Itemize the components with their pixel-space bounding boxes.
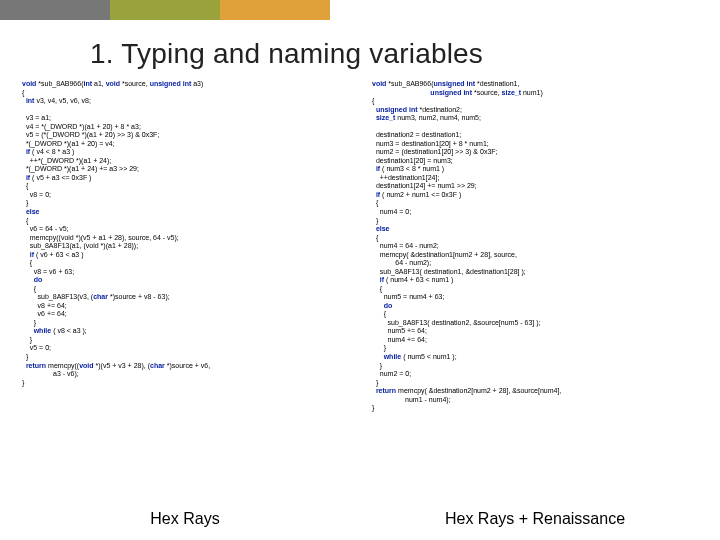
accent-orange bbox=[220, 0, 330, 20]
l-bo1: { bbox=[22, 182, 28, 189]
r-inc: ++destination1[24]; bbox=[372, 174, 439, 181]
l-v6b: v6 += 64; bbox=[22, 310, 67, 317]
l-s2: *(_DWORD *)(a1 + 24) += a3 >> 29; bbox=[22, 165, 139, 172]
l-v8c: v8 += 64; bbox=[22, 302, 67, 309]
kw-uint-r3: unsigned int bbox=[376, 106, 418, 113]
l-v5b: v5 = 0; bbox=[22, 344, 51, 351]
r-bc2: } bbox=[372, 379, 378, 386]
r-n3: num3 = destination1[20] + 8 * num1; bbox=[372, 140, 489, 147]
kw-while1: while bbox=[34, 327, 52, 334]
kw-uint-r2: unsigned int bbox=[430, 89, 472, 96]
r-memcpy1b: 64 - num2); bbox=[372, 259, 431, 266]
accent-grey bbox=[0, 0, 110, 20]
l-ret1c: *)source + v6, bbox=[165, 362, 210, 369]
l-ret1: memcpy(( bbox=[46, 362, 79, 369]
r-d1: *destination1, bbox=[475, 80, 519, 87]
kw-void3: void bbox=[79, 362, 93, 369]
code-right: void *sub_8AB966(unsigned int *destinati… bbox=[372, 80, 698, 413]
l-s1: *(_DWORD *)(a1 + 20) = v4; bbox=[22, 140, 115, 147]
l-bc1: } bbox=[22, 199, 28, 206]
caption-row: Hex Rays Hex Rays + Renaissance bbox=[0, 510, 720, 528]
l-bo4: { bbox=[22, 285, 36, 292]
l-call2: sub_8A8F13(v3, ( bbox=[22, 293, 93, 300]
r-n2: num2 = (destination1[20] >> 3) & 0x3F; bbox=[372, 148, 498, 155]
r-if2a: ( num2 + num1 <= 0x3F ) bbox=[380, 191, 461, 198]
l-src: *source, bbox=[120, 80, 150, 87]
l-v5: v5 = (*(_DWORD *)(a1 + 20) >> 3) & 0x3F; bbox=[22, 131, 159, 138]
kw-sizet2: size_t bbox=[376, 114, 395, 121]
l-bo2: { bbox=[22, 217, 28, 224]
l-close: } bbox=[22, 379, 24, 386]
r-decla: *destination2; bbox=[418, 106, 462, 113]
l-a1: a1, bbox=[92, 80, 106, 87]
r-if1a: ( num3 < 8 * num1 ) bbox=[380, 165, 444, 172]
r-s1: destination1[20] = num3; bbox=[372, 157, 453, 164]
kw-do-r: do bbox=[384, 302, 393, 309]
r-ret2: num1 - num4); bbox=[372, 396, 451, 403]
r-call1: sub_8A8F13( destination1, &destination1[… bbox=[372, 268, 526, 275]
r-bc1: } bbox=[372, 217, 378, 224]
kw-uint-r1: unsigned int bbox=[433, 80, 475, 87]
r-n5a: num5 = num4 + 63; bbox=[372, 293, 444, 300]
l-memcpy1: memcpy((void *)(v5 + a1 + 28), source, 6… bbox=[22, 234, 179, 241]
code-left: void *sub_8AB966(int a1, void *source, u… bbox=[22, 80, 348, 413]
code-columns: void *sub_8AB966(int a1, void *source, u… bbox=[0, 80, 720, 413]
accent-olive bbox=[110, 0, 220, 20]
l-v6: v6 = 64 - v5; bbox=[22, 225, 69, 232]
kw-void2: void bbox=[106, 80, 120, 87]
kw-else-r: else bbox=[376, 225, 390, 232]
r-n1: num1) bbox=[521, 89, 543, 96]
kw-do1: do bbox=[34, 276, 43, 283]
r-bc3: } bbox=[372, 362, 382, 369]
kw-void-r: void bbox=[372, 80, 386, 87]
r-d2: destination2 = destination1; bbox=[372, 131, 461, 138]
l-inc: ++*(_DWORD *)(a1 + 24); bbox=[22, 157, 111, 164]
r-bo3: { bbox=[372, 285, 382, 292]
l-v8b: v8 = v6 + 63; bbox=[22, 268, 74, 275]
l-if3a: ( v6 + 63 < a3 ) bbox=[34, 251, 83, 258]
r-bo2: { bbox=[372, 234, 378, 241]
kw-else1: else bbox=[26, 208, 40, 215]
r-s2: destination1[24] += num1 >> 29; bbox=[372, 182, 477, 189]
l-call2b: *)source + v8 - 63); bbox=[108, 293, 170, 300]
kw-char2: char bbox=[150, 362, 165, 369]
r-if3a: ( num4 + 63 < num1 ) bbox=[384, 276, 453, 283]
slide-title: 1. Typing and naming variables bbox=[0, 20, 720, 80]
l-sigpre: *sub_8AB966( bbox=[36, 80, 83, 87]
r-wh1: ( num5 < num1 ); bbox=[401, 353, 456, 360]
r-n4b: num4 = 64 - num2; bbox=[372, 242, 439, 249]
l-bo3: { bbox=[22, 259, 32, 266]
l-bc3: } bbox=[22, 336, 32, 343]
kw-sizet: size_t bbox=[502, 89, 521, 96]
l-v4: v4 = *(_DWORD *)(a1 + 20) + 8 * a3; bbox=[22, 123, 141, 130]
l-wh1: ( v8 < a3 ); bbox=[51, 327, 87, 334]
l-ret2: a3 - v6); bbox=[22, 370, 79, 377]
r-bo4: { bbox=[372, 310, 386, 317]
l-a3: a3) bbox=[191, 80, 203, 87]
l-v3: v3 = a1; bbox=[22, 114, 51, 121]
r-declb: num3, num2, num4, num5; bbox=[395, 114, 481, 121]
caption-right: Hex Rays + Renaissance bbox=[330, 510, 680, 528]
l-decl: v3, v4, v5, v6, v8; bbox=[34, 97, 90, 104]
kw-while-r: while bbox=[384, 353, 402, 360]
l-open: { bbox=[22, 89, 24, 96]
accent-fill bbox=[330, 0, 720, 20]
r-open: { bbox=[372, 97, 374, 104]
r-src: *source, bbox=[472, 89, 502, 96]
r-bo1: { bbox=[372, 199, 378, 206]
kw-int: int bbox=[83, 80, 92, 87]
kw-return1: return bbox=[26, 362, 46, 369]
kw-return-r: return bbox=[376, 387, 396, 394]
r-ret1: memcpy( &destination2[num2 + 28], &sourc… bbox=[396, 387, 561, 394]
r-n5b: num5 += 64; bbox=[372, 327, 427, 334]
r-n4a: num4 = 0; bbox=[372, 208, 411, 215]
slide-accent-bar bbox=[0, 0, 720, 20]
kw-uint: unsigned int bbox=[150, 80, 192, 87]
l-ret1b: *)(v5 + v3 + 28), ( bbox=[94, 362, 150, 369]
l-if1a: ( v4 < 8 * a3 ) bbox=[30, 148, 74, 155]
l-bc2: } bbox=[22, 353, 28, 360]
r-n2b: num2 = 0; bbox=[372, 370, 411, 377]
kw-char1: char bbox=[93, 293, 108, 300]
r-sigpre: *sub_8AB966( bbox=[386, 80, 433, 87]
r-n4c: num4 += 64; bbox=[372, 336, 427, 343]
